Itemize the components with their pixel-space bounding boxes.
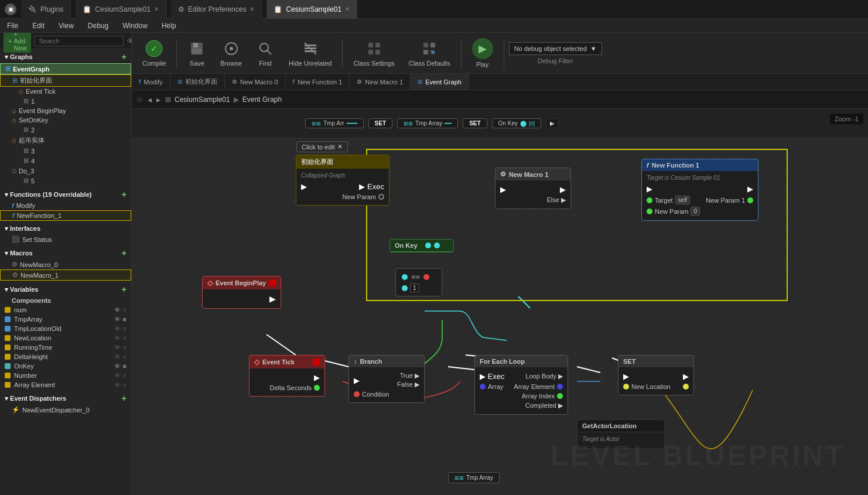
sidebar-item-hoist[interactable]: ◇ 起吊实体: [0, 135, 131, 146]
search-input[interactable]: [35, 36, 124, 46]
var-num[interactable]: num 👁 ≡: [0, 305, 131, 315]
node-branch[interactable]: ↕ Branch ▶ True ▶ False ▶ Condi: [348, 355, 425, 403]
tab-init-ui[interactable]: ⊞ 初始化界面: [170, 74, 225, 90]
sidebar-item-event-tick[interactable]: ◇ Event Tick: [0, 87, 131, 96]
class-defaults-button[interactable]: Class Defaults: [403, 37, 456, 69]
menu-debug[interactable]: Debug: [86, 22, 111, 30]
foreach-exec-in[interactable]: ▶ Exec: [480, 372, 505, 381]
delta-seconds-pin[interactable]: [314, 385, 320, 391]
branch-exec-in[interactable]: ▶: [354, 376, 360, 385]
event-tick-exec-out[interactable]: ▶: [314, 373, 320, 382]
collapsed-exec-in[interactable]: ▶: [301, 182, 307, 191]
macros-section-header[interactable]: ▾ Macros +: [0, 247, 131, 260]
menu-view[interactable]: View: [56, 22, 76, 30]
node-event-beginplay[interactable]: ◇ Event BeginPlay ▶: [202, 276, 281, 309]
sidebar-item-newmacro0[interactable]: ⚙ NewMacro_0: [0, 260, 131, 269]
compare-out[interactable]: [423, 274, 429, 280]
browse-button[interactable]: Browse: [214, 37, 248, 69]
tab-modify[interactable]: f Modify: [132, 74, 170, 90]
var-number-eye[interactable]: 👁: [114, 372, 121, 379]
function1-exec-in[interactable]: ▶: [647, 185, 652, 193]
menu-window[interactable]: Window: [120, 22, 150, 30]
var-num-eye[interactable]: 👁: [114, 306, 121, 313]
set-exec-in[interactable]: ▶: [623, 372, 629, 381]
macros-add-icon[interactable]: +: [122, 248, 127, 258]
array-element-pin[interactable]: [557, 384, 563, 390]
sidebar-item-newmacro1[interactable]: ⚙ NewMacro_1: [0, 269, 131, 281]
var-tmparray-eye[interactable]: 👁: [114, 316, 121, 323]
node-compare[interactable]: == 1: [395, 268, 442, 296]
var-newlocation-eye[interactable]: 👁: [114, 334, 121, 342]
node-collapsed-graph[interactable]: Click to edit ✕ 初始化界面 Collapsed Graph ▶ …: [296, 155, 389, 206]
sidebar-item-begin-play[interactable]: ◇ Event BeginPlay: [0, 106, 131, 115]
tab-newfunction1[interactable]: f New Function 1: [286, 74, 350, 90]
new-param1-pin[interactable]: [747, 197, 753, 203]
tab-editor-prefs[interactable]: ⚙ Editor Preferences ✕: [171, 0, 262, 19]
tab-cesium2[interactable]: 📋 CesiumSample01 ✕: [266, 0, 357, 19]
sidebar-item-dispatcher0[interactable]: ⚡ NewEventDispatcher_0: [0, 405, 131, 415]
collapsed-exec-out[interactable]: ▶ Exec: [359, 182, 384, 191]
var-number[interactable]: Number 👁 ≡: [0, 371, 131, 380]
var-deltaheight-eye[interactable]: 👁: [114, 353, 121, 360]
macro1-exec-out[interactable]: ▶: [560, 185, 566, 194]
var-onkey[interactable]: OnKey 👁 ≡: [0, 361, 131, 371]
click-to-edit-close[interactable]: ✕: [337, 143, 343, 151]
sidebar-item-2[interactable]: ⊞ 2: [0, 125, 131, 135]
nav-back-icon[interactable]: ◂: [146, 94, 153, 105]
var-runningtime[interactable]: RunningTime 👁 ≡: [0, 343, 131, 352]
new-param-pin[interactable]: [378, 194, 384, 200]
dispatchers-add-icon[interactable]: +: [122, 394, 127, 403]
node-on-key[interactable]: On Key: [389, 239, 454, 252]
node-new-macro-1[interactable]: ⚙ New Macro 1 ▶ ▶ Else ▶: [495, 168, 571, 209]
var-tmparray[interactable]: TmpArray 👁 ≡: [0, 315, 131, 324]
macro1-exec-in[interactable]: ▶: [500, 185, 506, 194]
class-settings-button[interactable]: Class Settings: [347, 37, 400, 69]
sidebar-item-modify[interactable]: f Modify: [0, 201, 131, 210]
condition-pin[interactable]: [354, 391, 360, 397]
sidebar-item-setstatus[interactable]: ⬛ Set Status: [0, 234, 131, 244]
graphs-section-header[interactable]: ▾ Graphs +: [0, 50, 131, 63]
sidebar-item-3[interactable]: ⊞ 3: [0, 146, 131, 156]
hide-unrelated-button[interactable]: Hide Unrelated: [283, 37, 337, 69]
new-param-pin2[interactable]: [647, 209, 652, 214]
set-exec-out[interactable]: ▶: [683, 372, 689, 381]
node-for-each-loop[interactable]: For Each Loop ▶ Exec Loop Body ▶ Array A…: [474, 355, 568, 415]
node-new-function-1[interactable]: f New Function 1 Target is Cesium Sample…: [641, 159, 758, 221]
var-tmplocationold-eye[interactable]: 👁: [114, 325, 121, 332]
star-icon[interactable]: ☆: [136, 95, 143, 104]
tab-cesium1[interactable]: 📋 CesiumSample01 ✕: [76, 0, 166, 19]
var-tmplocationold[interactable]: TmpLocationOld 👁 ≡: [0, 324, 131, 333]
sidebar-item-5[interactable]: ⊞ 5: [0, 176, 131, 186]
eye-icon[interactable]: 👁: [127, 36, 132, 46]
sidebar-item-4[interactable]: ⊞ 4: [0, 156, 131, 166]
sidebar-item-newfunction1[interactable]: f NewFunction_1: [0, 210, 131, 221]
var-newlocation[interactable]: NewLocation 👁 ≡: [0, 333, 131, 343]
blueprint-canvas[interactable]: ⊞⊞ Tmp Arr ━━━ SET ⊞⊞ Tmp Array ━━ SET: [132, 109, 868, 495]
function1-exec-out[interactable]: ▶: [747, 185, 753, 193]
menu-edit[interactable]: Edit: [30, 22, 47, 30]
newlocation-out-pin[interactable]: [683, 384, 689, 390]
play-button[interactable]: ▶ Play: [466, 36, 499, 70]
menu-file[interactable]: File: [5, 22, 20, 30]
click-to-edit-btn[interactable]: Click to edit ✕: [296, 141, 348, 152]
tab-editor-prefs-close[interactable]: ✕: [250, 6, 254, 12]
sidebar-item-setonkey[interactable]: ◇ SetOnKey: [0, 115, 131, 125]
compare-in1[interactable]: [402, 274, 408, 280]
tab-eventgraph[interactable]: ⊞ Event Graph: [411, 74, 469, 90]
tab-newmacro0[interactable]: ⚙ New Macro 0: [225, 74, 286, 90]
compare-in2[interactable]: [402, 285, 408, 291]
target-pin[interactable]: [647, 197, 652, 203]
sidebar-item-1[interactable]: ⊞ 1: [0, 96, 131, 106]
breadcrumb-eventgraph[interactable]: Event Graph: [242, 95, 282, 104]
node-get-actor-location[interactable]: GetActorLocation Target is Actor: [577, 419, 665, 449]
tab-newmacro1[interactable]: ⚙ New Macro 1: [350, 74, 411, 90]
debug-dropdown[interactable]: No debug object selected ▼: [509, 42, 602, 55]
find-button[interactable]: Find: [250, 37, 281, 69]
tab-cesium1-close[interactable]: ✕: [154, 6, 159, 12]
interfaces-section-header[interactable]: ▾ Interfaces: [0, 223, 131, 234]
compile-button[interactable]: ✓ Compile: [136, 37, 172, 69]
onkey-out-pin2[interactable]: [434, 243, 440, 248]
functions-section-header[interactable]: ▾ Functions (19 Overridable) +: [0, 188, 131, 201]
sidebar-item-do3[interactable]: ◇ Do_3: [0, 166, 131, 176]
exec-pin-right[interactable]: ▶: [269, 294, 276, 303]
